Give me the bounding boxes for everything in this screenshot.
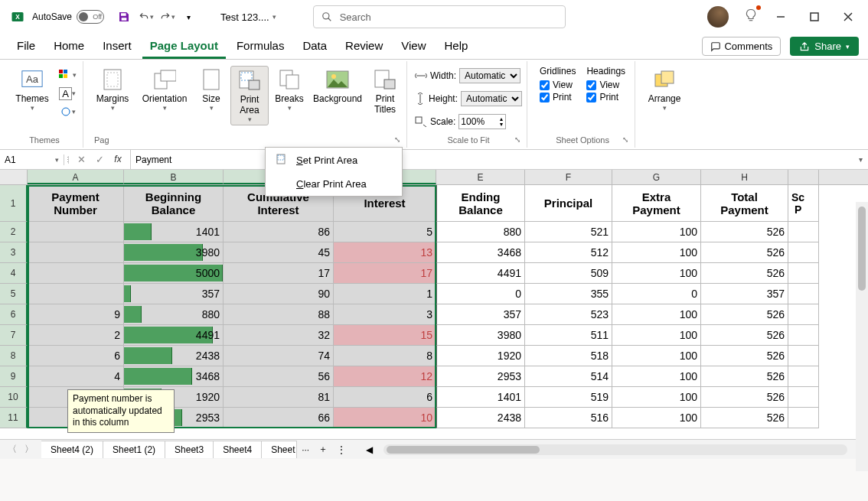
cell[interactable]: 526: [701, 242, 788, 263]
cell[interactable]: 56: [224, 366, 334, 387]
cell[interactable]: [788, 284, 819, 304]
row-header[interactable]: 5: [0, 284, 28, 304]
cell[interactable]: 516: [525, 408, 612, 428]
cell[interactable]: 2438: [124, 346, 224, 366]
set-print-area-item[interactable]: Set Print Area: [266, 148, 402, 172]
scale-launcher[interactable]: ⤡: [514, 135, 525, 146]
cell[interactable]: 13: [334, 242, 436, 263]
cell[interactable]: 100: [612, 325, 701, 346]
comments-button[interactable]: Comments: [702, 37, 781, 56]
cell[interactable]: 100: [612, 408, 701, 428]
cell[interactable]: 2: [28, 325, 124, 346]
tab-home[interactable]: Home: [46, 34, 92, 58]
cell[interactable]: 90: [224, 284, 334, 304]
cell[interactable]: 526: [701, 304, 788, 325]
spreadsheet-grid[interactable]: A B C D E F G H 1PaymentNumberBeginningB…: [0, 170, 868, 439]
row-header[interactable]: 2: [0, 222, 28, 242]
theme-colors-button[interactable]: ▾: [57, 66, 78, 84]
cell[interactable]: 2953: [436, 366, 525, 387]
undo-button[interactable]: ▾: [135, 6, 156, 28]
col-header-f[interactable]: F: [525, 170, 612, 184]
sheet-tab[interactable]: Sheet1 (2): [103, 441, 165, 458]
cell[interactable]: 355: [525, 284, 612, 304]
cell[interactable]: 45: [224, 242, 334, 263]
cell[interactable]: 509: [525, 263, 612, 284]
cell[interactable]: 5: [334, 222, 436, 242]
themes-button[interactable]: Aa Themes▾: [11, 66, 54, 113]
row-header[interactable]: 8: [0, 346, 28, 366]
cell[interactable]: 32: [224, 325, 334, 346]
enter-formula-button[interactable]: ✓: [90, 154, 109, 165]
cell[interactable]: 526: [701, 387, 788, 408]
gridlines-print-checkbox[interactable]: Print: [540, 92, 576, 102]
header-cell[interactable]: TotalPayment: [701, 185, 788, 222]
margins-button[interactable]: Margins▾: [91, 66, 134, 113]
gridlines-view-checkbox[interactable]: View: [540, 80, 576, 90]
cell[interactable]: 526: [701, 346, 788, 366]
cell[interactable]: [788, 408, 819, 428]
print-area-button[interactable]: Print Area▾: [230, 66, 269, 125]
arrange-button[interactable]: Arrange▾: [643, 66, 686, 113]
background-button[interactable]: Background: [310, 66, 365, 106]
cell[interactable]: 9: [28, 304, 124, 325]
coming-soon-button[interactable]: [738, 5, 764, 28]
user-avatar[interactable]: [707, 6, 729, 28]
cell[interactable]: 512: [525, 242, 612, 263]
page-setup-launcher[interactable]: ⤡: [394, 135, 405, 146]
tab-data[interactable]: Data: [295, 34, 334, 58]
more-sheets-button[interactable]: ···: [297, 444, 314, 455]
cell[interactable]: 1: [334, 284, 436, 304]
sheet-tab[interactable]: Sheet3: [165, 441, 214, 458]
print-titles-button[interactable]: Print Titles: [368, 66, 402, 116]
cell[interactable]: 1401: [124, 222, 224, 242]
save-button[interactable]: [113, 6, 135, 28]
height-select[interactable]: Automatic: [461, 91, 522, 106]
cell[interactable]: 10: [334, 408, 436, 428]
cell[interactable]: 88: [224, 304, 334, 325]
cell[interactable]: [788, 366, 819, 387]
row-header[interactable]: 7: [0, 325, 28, 346]
theme-fonts-button[interactable]: A▾: [57, 84, 78, 102]
col-header-a[interactable]: A: [28, 170, 124, 184]
cell[interactable]: 100: [612, 263, 701, 284]
header-cell[interactable]: ExtraPayment: [612, 185, 701, 222]
cell[interactable]: 526: [701, 408, 788, 428]
tab-view[interactable]: View: [393, 34, 433, 58]
name-box[interactable]: A1▾: [0, 155, 64, 165]
breaks-button[interactable]: Breaks▾: [272, 66, 307, 113]
tab-review[interactable]: Review: [338, 34, 390, 58]
row-header[interactable]: 10: [0, 387, 28, 408]
sheet-menu-button[interactable]: ⋮: [332, 444, 351, 455]
col-header-h[interactable]: H: [701, 170, 788, 184]
cell[interactable]: 86: [224, 222, 334, 242]
col-header-b[interactable]: B: [124, 170, 224, 184]
header-cell[interactable]: EndingBalance: [436, 185, 525, 222]
close-button[interactable]: [831, 5, 865, 28]
cell[interactable]: 526: [701, 222, 788, 242]
cell[interactable]: 4: [28, 366, 124, 387]
cell[interactable]: 357: [436, 304, 525, 325]
cell[interactable]: 880: [436, 222, 525, 242]
cell[interactable]: 511: [525, 325, 612, 346]
sheet-tab[interactable]: Sheet: [262, 441, 297, 458]
header-cell[interactable]: Principal: [525, 185, 612, 222]
col-header-g[interactable]: G: [612, 170, 701, 184]
share-button[interactable]: Share▾: [790, 37, 859, 56]
cell[interactable]: 100: [612, 242, 701, 263]
headings-print-checkbox[interactable]: Print: [586, 92, 625, 102]
sheet-prev-button[interactable]: 〈: [8, 443, 17, 456]
cell[interactable]: 6: [28, 346, 124, 366]
cell[interactable]: 100: [612, 304, 701, 325]
minimize-button[interactable]: [764, 5, 798, 28]
cell[interactable]: 1920: [436, 346, 525, 366]
tab-help[interactable]: Help: [437, 34, 476, 58]
cell[interactable]: [788, 263, 819, 284]
cell[interactable]: 3: [334, 304, 436, 325]
cell[interactable]: 514: [525, 366, 612, 387]
cell[interactable]: 12: [334, 366, 436, 387]
cell[interactable]: 521: [525, 222, 612, 242]
cell[interactable]: 3980: [436, 325, 525, 346]
cell[interactable]: 0: [436, 284, 525, 304]
cell[interactable]: [28, 222, 124, 242]
header-cell[interactable]: PaymentNumber: [28, 185, 124, 222]
